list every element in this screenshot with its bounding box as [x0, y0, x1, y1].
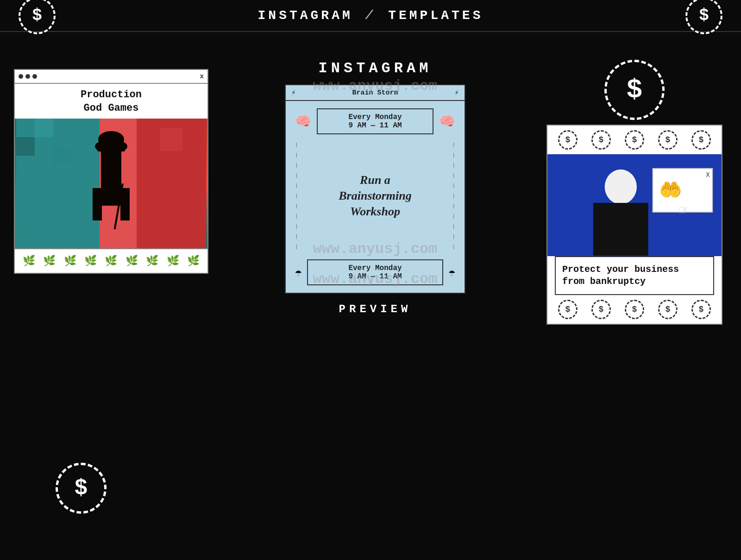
window-close-button[interactable]: x	[200, 73, 204, 80]
card-title: ProductionGod Games	[15, 84, 207, 119]
tree-icon-2: 🌿	[43, 255, 56, 267]
bottom-time-row: ☂ Every Monday9 AM — 11 AM ☂	[295, 259, 455, 285]
svg-rect-11	[93, 188, 102, 220]
brainstorm-title: Brain Storm	[352, 89, 398, 97]
rain-right: |||||||||||	[452, 140, 455, 252]
tree-icon-3: 🌿	[64, 255, 76, 267]
center-section: INSTAGRAM www.anyusj.com www.anyusj.com …	[208, 60, 542, 315]
card-image-svg	[15, 119, 207, 248]
svg-rect-17	[593, 203, 648, 256]
header-coin-right: $	[685, 0, 722, 34]
title-part1: INSTAGRAM	[258, 8, 353, 23]
svg-rect-6	[53, 146, 72, 165]
top-coin-3: $	[625, 130, 644, 150]
large-coin-container: $	[604, 60, 665, 120]
tree-icon-4: 🌿	[84, 255, 97, 267]
main-text-box: Run aBrainstormingWorkshop	[302, 168, 449, 224]
svg-rect-5	[35, 119, 53, 137]
tree-icon-7: 🌿	[146, 255, 158, 267]
svg-text:🤲: 🤲	[659, 179, 682, 201]
top-coin-4: $	[658, 130, 678, 150]
tree-icon-9: 🌿	[187, 255, 200, 267]
window-dot-3	[32, 74, 37, 79]
brainstorm-titlebar: ⚡ Brain Storm ⚡	[286, 85, 465, 101]
tree-icon-8: 🌿	[167, 255, 179, 267]
bottom-coin-1: $	[558, 300, 578, 319]
umbrella-right: ☂	[449, 266, 455, 279]
svg-point-16	[605, 170, 637, 204]
window-titlebar: x	[15, 70, 207, 84]
brain-icon-left-top: 🧠	[295, 113, 311, 129]
time-box-top: Every Monday9 AM — 11 AM	[317, 108, 433, 134]
svg-rect-7	[160, 128, 183, 151]
business-svg: X ☞ 🤲	[547, 154, 722, 256]
title-slash: /	[365, 8, 387, 23]
time-box-bottom: Every Monday9 AM — 11 AM	[307, 259, 443, 285]
rain-section: ||||||||||| Run aBrainstormingWorkshop |…	[295, 140, 455, 252]
header: $ INSTAGRAM / TEMPLATES $	[0, 0, 741, 32]
svg-rect-4	[16, 137, 35, 156]
workshop-title: Run aBrainstormingWorkshop	[307, 172, 444, 219]
floating-coin-bottom-left: $	[56, 463, 107, 514]
window-dot-1	[19, 74, 23, 79]
bottom-coin-4: $	[658, 300, 678, 319]
main-content: x ProductionGod Games	[0, 32, 741, 334]
business-image: X ☞ 🤲	[547, 154, 722, 256]
umbrella-left: ☂	[295, 266, 301, 279]
bottom-coin-3: $	[625, 300, 644, 319]
large-coin-top-right: $	[604, 60, 665, 120]
bottom-coin-5: $	[691, 300, 711, 319]
tree-icon-5: 🌿	[105, 255, 117, 267]
svg-point-13	[98, 131, 124, 148]
bottom-left-coin: $	[56, 463, 107, 514]
business-coins-bottom-row: $ $ $ $ $	[547, 295, 722, 324]
window-dots	[19, 74, 37, 79]
tree-icon-1: 🌿	[23, 255, 35, 267]
lightning-left: ⚡	[291, 88, 296, 97]
top-time-row: 🧠 Every Monday9 AM — 11 AM 🧠	[295, 108, 455, 134]
svg-rect-10	[101, 150, 121, 206]
coin-icon-left: $	[19, 0, 56, 34]
svg-text:☞: ☞	[678, 203, 690, 217]
lightning-right: ⚡	[454, 88, 459, 97]
brain-icon-right-top: 🧠	[439, 113, 455, 129]
window-dot-2	[25, 74, 30, 79]
header-coin-left: $	[19, 0, 56, 34]
coin-icon-right: $	[685, 0, 722, 34]
svg-text:X: X	[706, 171, 710, 179]
card-image	[15, 119, 207, 248]
rain-left: |||||||||||	[295, 140, 298, 252]
brainstorm-body: 🧠 Every Monday9 AM — 11 AM 🧠 |||||||||||…	[286, 101, 465, 293]
bottom-coin-2: $	[591, 300, 611, 319]
title-part2: TEMPLATES	[388, 8, 483, 23]
tree-icon-6: 🌿	[126, 255, 138, 267]
preview-label: PREVIEW	[339, 303, 412, 315]
business-coins-top-row: $ $ $ $ $	[547, 126, 722, 154]
protect-text-box: Protect your business from bankruptcy	[555, 256, 714, 295]
brainstorm-card: ⚡ Brain Storm ⚡ 🧠 Every Monday9 AM — 11 …	[285, 84, 465, 294]
right-section: $ $ $ $ $ $ X	[542, 60, 727, 325]
page-title: INSTAGRAM / TEMPLATES	[258, 8, 484, 23]
top-coin-2: $	[591, 130, 611, 150]
center-title: INSTAGRAM	[319, 60, 432, 77]
card-icons-row: 🌿 🌿 🌿 🌿 🌿 🌿 🌿 🌿 🌿	[15, 248, 207, 273]
top-coin-5: $	[691, 130, 711, 150]
left-card: x ProductionGod Games	[14, 69, 208, 274]
business-card: $ $ $ $ $ X ☞ 🤲	[546, 125, 722, 325]
top-coin-1: $	[558, 130, 578, 150]
